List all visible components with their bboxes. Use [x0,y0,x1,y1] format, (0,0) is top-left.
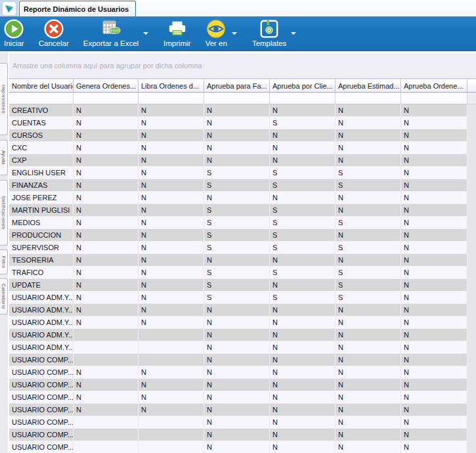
table-cell[interactable]: N [74,204,139,217]
table-cell[interactable]: S [204,167,270,179]
table-cell[interactable]: N [204,429,270,441]
group-by-drop-zone[interactable]: Arrastre una columna aquí para agrupar p… [9,52,476,79]
table-cell[interactable]: USUARIO ADM.Y... [9,316,74,329]
filter-cell[interactable] [74,93,139,104]
sidebar-tab-ayuda[interactable]: Ayuda [0,140,8,175]
table-cell[interactable]: S [270,204,335,217]
table-row[interactable]: CURSOSNNNNNN [9,129,476,142]
sidebar-tab-calendario[interactable]: Calendario [0,278,8,314]
table-cell[interactable]: N [74,254,139,267]
table-cell[interactable]: N [401,329,467,341]
table-row[interactable]: ENGLISH USERNNSSSN [9,167,476,179]
table-row[interactable]: JOSE PEREZNNNNNN [9,192,476,204]
table-cell[interactable] [139,329,204,341]
dropdown-arrow-icon[interactable] [232,32,237,35]
table-cell[interactable]: USUARIO ADM.Y... [9,329,74,341]
table-cell[interactable]: N [139,179,204,192]
table-cell[interactable]: ENGLISH USER [9,167,74,179]
table-cell[interactable]: N [335,304,401,316]
table-cell[interactable]: S [270,167,335,179]
dropdown-arrow-icon[interactable] [143,32,148,35]
table-cell[interactable]: USUARIO COMP... [9,354,74,366]
table-cell[interactable] [139,341,204,354]
table-cell[interactable]: CXP [9,154,74,167]
table-row[interactable]: TESORERIANNNNNN [9,254,476,267]
table-row[interactable]: USUARIO ADM.Y...NNNN [9,341,476,354]
table-cell[interactable]: N [204,104,270,117]
table-cell[interactable]: N [139,117,204,129]
table-cell[interactable]: N [335,229,401,242]
table-cell[interactable]: N [204,154,270,167]
table-cell[interactable]: N [401,142,467,154]
table-cell[interactable]: N [270,304,335,316]
table-cell[interactable]: S [204,179,270,192]
table-cell[interactable]: N [204,404,270,416]
table-cell[interactable]: N [270,316,335,329]
table-cell[interactable]: N [204,416,270,429]
table-cell[interactable]: N [139,217,204,229]
table-cell[interactable]: S [270,229,335,242]
table-cell[interactable]: N [270,279,335,291]
table-cell[interactable]: N [335,391,401,404]
table-row[interactable]: PRODUCCIONNNSSNN [9,229,476,242]
toolbar-button-exportar-a-excel[interactable]: ExcelExportar a Excel [80,18,142,47]
table-cell[interactable]: N [335,404,401,416]
table-cell[interactable]: N [270,129,335,142]
table-cell[interactable]: TESORERIA [9,254,74,267]
table-row[interactable]: USUARIO COMP...NNNN [9,416,476,429]
table-cell[interactable]: N [270,254,335,267]
table-cell[interactable]: N [204,192,270,204]
table-cell[interactable]: S [204,242,270,254]
table-cell[interactable]: S [335,242,401,254]
table-cell[interactable]: N [270,354,335,366]
table-cell[interactable] [74,341,139,354]
table-row[interactable]: USUARIO COMP...NNNNNN [9,366,476,379]
table-cell[interactable]: N [401,129,467,142]
table-cell[interactable]: N [204,129,270,142]
table-cell[interactable]: USUARIO COMP... [9,404,74,416]
table-cell[interactable]: N [401,441,467,453]
tab-reporte-dinamico[interactable]: Reporte Dinámico de Usuarios [19,1,136,16]
table-cell[interactable]: N [335,441,401,453]
table-cell[interactable]: N [204,329,270,341]
table-row[interactable]: MEDIOSNNSSSN [9,217,476,229]
table-cell[interactable]: N [74,154,139,167]
table-row[interactable]: USUARIO COMP...NNNN [9,354,476,366]
column-header[interactable]: Genera Ordenes... [74,79,139,93]
table-cell[interactable]: N [335,254,401,267]
table-cell[interactable]: S [335,167,401,179]
table-cell[interactable] [74,329,139,341]
table-cell[interactable] [74,429,139,441]
table-cell[interactable]: N [335,416,401,429]
table-cell[interactable]: N [335,354,401,366]
table-cell[interactable]: N [74,104,139,117]
filter-cell[interactable] [139,93,204,104]
table-cell[interactable] [139,441,204,453]
table-cell[interactable]: N [204,316,270,329]
table-cell[interactable]: N [335,329,401,341]
table-cell[interactable]: N [401,279,467,291]
table-cell[interactable]: S [270,217,335,229]
toolbar-button-ver-en[interactable]: Ver en [202,18,230,47]
table-cell[interactable]: N [139,366,204,379]
table-cell[interactable]: CXC [9,142,74,154]
table-cell[interactable]: N [401,229,467,242]
table-cell[interactable]: N [204,441,270,453]
table-cell[interactable]: N [74,229,139,242]
table-cell[interactable]: N [139,142,204,154]
table-cell[interactable]: N [139,154,204,167]
table-cell[interactable]: N [74,279,139,291]
table-row[interactable]: TRAFICONNSSSN [9,267,476,279]
table-cell[interactable]: S [204,217,270,229]
table-cell[interactable]: PRODUCCION [9,229,74,242]
table-cell[interactable]: N [335,341,401,354]
column-header[interactable]: Aprueba para Fa... [204,79,270,93]
column-header[interactable]: Aprueba Estimad... [335,79,401,93]
table-cell[interactable]: N [270,441,335,453]
sidebar-tab-impresiones[interactable]: Impresiones [0,63,8,135]
table-row[interactable]: USUARIO ADM.Y...NNSSSN [9,291,476,304]
table-cell[interactable]: N [335,117,401,129]
table-row[interactable]: USUARIO COMP...NNNNNN [9,391,476,404]
table-cell[interactable]: N [335,154,401,167]
column-header[interactable]: Nombre del Usuario [9,79,74,93]
